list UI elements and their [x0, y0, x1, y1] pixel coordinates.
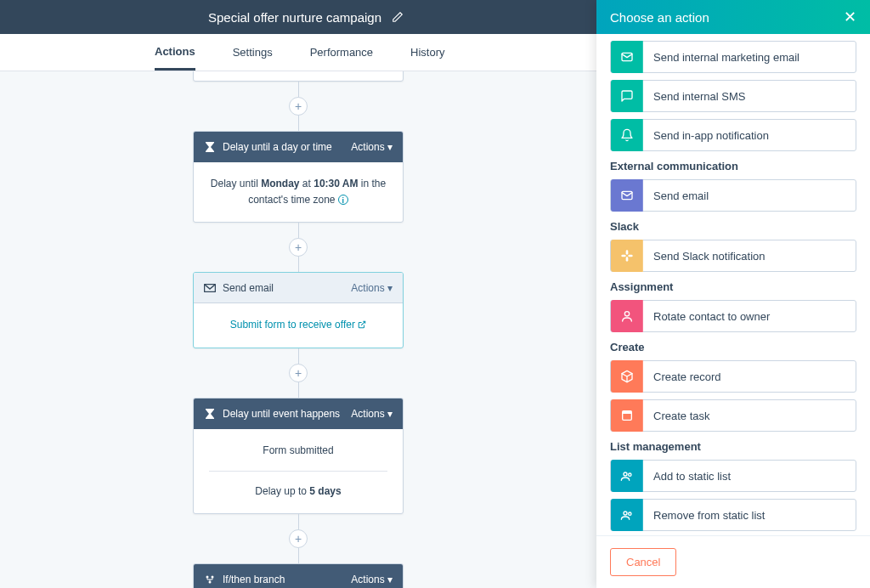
action-label: Send in-app notification: [643, 129, 779, 142]
users-icon: [611, 499, 643, 531]
action-item[interactable]: Create task: [610, 399, 856, 432]
svg-point-10: [624, 312, 629, 316]
card-header: If/then branch Actions ▾: [194, 564, 403, 588]
send-email-card[interactable]: Send email Actions ▾ Submit form to rece…: [193, 272, 404, 348]
action-item[interactable]: Send internal marketing email: [610, 41, 856, 73]
delay-event-card[interactable]: Delay until event happens Actions ▾ Form…: [193, 398, 404, 514]
if-then-branch-card[interactable]: If/then branch Actions ▾ Requested offer…: [193, 563, 404, 588]
action-label: Add to static list: [643, 470, 741, 483]
mail-icon: [611, 41, 643, 73]
cancel-button[interactable]: Cancel: [610, 548, 676, 576]
svg-rect-6: [625, 250, 628, 254]
workflow-title: Special offer nurture campaign: [208, 10, 381, 25]
add-action-button[interactable]: +: [289, 364, 308, 382]
card-header: Delay until a day or time Actions ▾: [194, 132, 403, 162]
connector-line: [298, 382, 299, 398]
group-label: Create: [610, 341, 856, 353]
panel-title: Choose an action: [610, 10, 709, 25]
connector-line: [298, 116, 299, 131]
close-icon[interactable]: ✕: [844, 8, 856, 26]
svg-point-1: [206, 575, 209, 578]
card-header: Delay until event happens Actions ▾: [194, 399, 403, 429]
delay-day-time-card[interactable]: Delay until a day or time Actions ▾ Dela…: [193, 131, 404, 223]
action-item[interactable]: Send internal SMS: [610, 80, 856, 112]
action-label: Create task: [643, 410, 720, 422]
group-label: List management: [610, 440, 856, 453]
tab-actions[interactable]: Actions: [155, 35, 195, 71]
action-item[interactable]: Add to static list: [610, 460, 856, 492]
add-action-button[interactable]: +: [289, 238, 308, 257]
mail-icon: [204, 282, 216, 294]
card-body: Form submitted Delay up to 5 days: [194, 429, 403, 513]
card-title: Send email: [223, 282, 351, 294]
slack-icon: [611, 240, 643, 272]
svg-point-16: [628, 512, 630, 515]
users-icon: [611, 460, 643, 492]
card-actions-menu[interactable]: Actions ▾: [351, 408, 393, 420]
svg-point-3: [209, 580, 212, 583]
card-actions-menu[interactable]: Actions ▾: [351, 282, 393, 294]
action-item[interactable]: Create record: [610, 360, 856, 393]
edit-title-icon[interactable]: [392, 11, 404, 23]
card-body: Delay until Monday at 10:30 AM in the co…: [194, 162, 403, 222]
connector-line: [298, 257, 299, 272]
action-item[interactable]: Send in-app notification: [610, 119, 856, 151]
svg-rect-12: [622, 411, 631, 414]
event-line: Form submitted: [209, 443, 387, 459]
hourglass-icon: [204, 408, 216, 420]
card-actions-menu[interactable]: Actions ▾: [351, 141, 393, 153]
add-action-button[interactable]: +: [289, 529, 308, 548]
action-label: Rotate contact to owner: [643, 310, 780, 323]
connector-line: [298, 348, 299, 364]
svg-rect-8: [621, 255, 625, 257]
svg-point-13: [624, 472, 627, 476]
svg-point-14: [628, 473, 630, 476]
connector-line: [298, 548, 299, 563]
choose-action-panel: Choose an action ✕ Send internal marketi…: [596, 0, 870, 588]
action-item[interactable]: Send Slack notification: [610, 240, 856, 272]
cube-icon: [611, 360, 643, 393]
connector-line: [298, 514, 299, 529]
tab-performance[interactable]: Performance: [310, 36, 373, 69]
mail-icon: [611, 179, 643, 212]
svg-point-15: [624, 512, 627, 515]
hourglass-icon: [204, 141, 216, 153]
action-item[interactable]: Rotate contact to owner: [610, 300, 856, 332]
svg-rect-9: [628, 255, 632, 257]
action-label: Send email: [643, 189, 719, 202]
panel-header: Choose an action ✕: [596, 0, 870, 34]
info-icon[interactable]: i: [338, 195, 348, 205]
branch-icon: [204, 574, 216, 585]
group-label: Slack: [610, 220, 856, 233]
card-title: If/then branch: [223, 574, 351, 585]
connector-line: [298, 223, 299, 238]
card-title: Delay until a day or time: [223, 141, 351, 153]
action-label: Send Slack notification: [643, 250, 776, 263]
action-label: Create record: [643, 370, 731, 383]
svg-rect-7: [625, 257, 628, 261]
user-icon: [611, 300, 643, 332]
task-icon: [611, 399, 643, 432]
workflow-canvas[interactable]: + Delay until a day or time Actions ▾ De…: [0, 71, 596, 588]
group-label: External communication: [610, 160, 856, 172]
workflow-card-partial[interactable]: [193, 71, 404, 82]
email-link[interactable]: Submit form to receive offer: [230, 319, 367, 331]
tab-history[interactable]: History: [410, 36, 444, 69]
group-label: Assignment: [610, 280, 856, 293]
add-action-button[interactable]: +: [289, 97, 308, 116]
panel-footer: Cancel: [596, 535, 870, 588]
card-body: Submit form to receive offer: [194, 303, 403, 347]
svg-point-2: [212, 575, 214, 578]
connector-line: [298, 82, 299, 97]
card-title: Delay until event happens: [223, 408, 351, 420]
action-item[interactable]: Remove from static list: [610, 499, 856, 531]
delay-line: Delay up to 5 days: [209, 483, 387, 500]
tab-settings[interactable]: Settings: [233, 36, 273, 69]
bell-icon: [611, 119, 643, 151]
chat-icon: [611, 80, 643, 112]
card-actions-menu[interactable]: Actions ▾: [351, 574, 393, 585]
action-label: Remove from static list: [643, 509, 775, 522]
action-item[interactable]: Send email: [610, 179, 856, 212]
panel-body[interactable]: Send internal marketing emailSend intern…: [596, 34, 870, 535]
action-label: Send internal marketing email: [643, 51, 810, 64]
